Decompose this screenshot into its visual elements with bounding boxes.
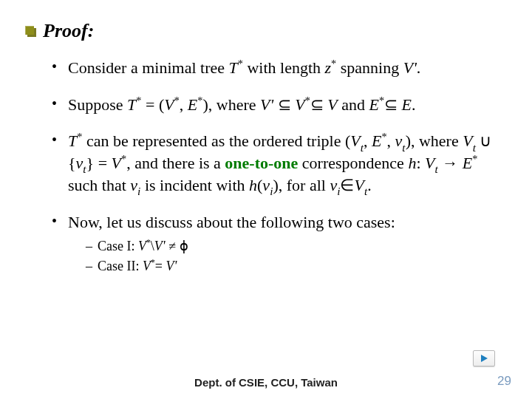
list-item: Suppose T* = (V*, E*), where V' ⊆ V*⊆ V … bbox=[52, 94, 502, 116]
play-icon bbox=[480, 354, 488, 363]
list-item-text: Now, let us discuss about the following … bbox=[68, 213, 395, 231]
main-list: Consider a minimal tree T* with length z… bbox=[30, 57, 502, 275]
list-item-text: Consider a minimal tree T* with length z… bbox=[68, 58, 420, 77]
proof-title: Proof: bbox=[43, 18, 94, 44]
page-number: 29 bbox=[497, 373, 511, 390]
title-row: Proof: bbox=[25, 18, 502, 44]
list-item: T* can be represented as the ordered tri… bbox=[52, 130, 502, 196]
sub-list-item: Case I: V*\V' ≠ ϕ bbox=[86, 237, 502, 255]
sub-list-item: Case II: V*= V' bbox=[86, 257, 502, 275]
footer-text: Dept. of CSIE, CCU, Taiwan bbox=[0, 375, 532, 390]
next-slide-button[interactable] bbox=[473, 350, 495, 366]
svg-marker-0 bbox=[481, 355, 488, 362]
list-item: Consider a minimal tree T* with length z… bbox=[52, 57, 502, 79]
sub-list: Case I: V*\V' ≠ ϕCase II: V*= V' bbox=[68, 237, 502, 275]
list-item-text: T* can be represented as the ordered tri… bbox=[68, 132, 491, 194]
list-item-text: Suppose T* = (V*, E*), where V' ⊆ V*⊆ V … bbox=[68, 95, 416, 114]
list-item: Now, let us discuss about the following … bbox=[52, 211, 502, 275]
title-bullet-icon bbox=[25, 26, 35, 36]
